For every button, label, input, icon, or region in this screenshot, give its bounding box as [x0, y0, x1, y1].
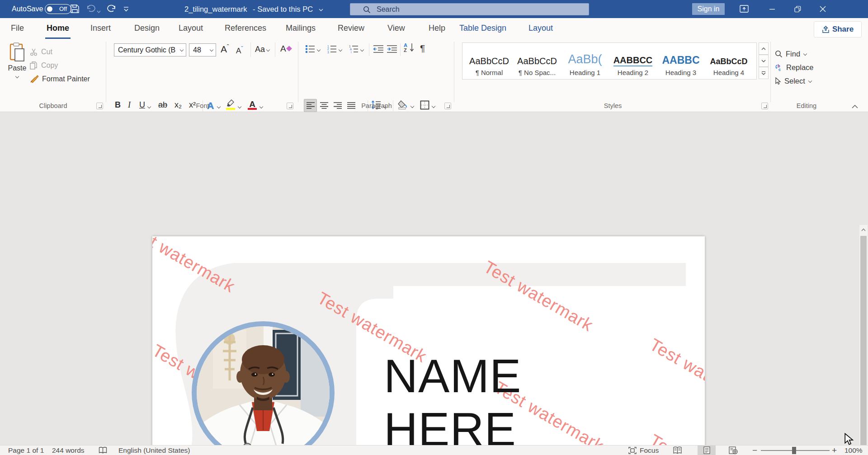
zoom-level[interactable]: 100%: [844, 446, 863, 455]
undo-icon[interactable]: [86, 4, 97, 14]
search-input[interactable]: [377, 4, 576, 15]
profile-photo[interactable]: [192, 321, 335, 455]
page-indicator[interactable]: Page 1 of 1: [8, 446, 44, 455]
tab-help[interactable]: Help: [427, 18, 447, 39]
tab-references[interactable]: References: [223, 18, 268, 39]
tab-file[interactable]: File: [9, 18, 25, 39]
sort-button[interactable]: AZ: [404, 43, 407, 53]
zoom-in-button[interactable]: +: [832, 446, 837, 455]
find-button[interactable]: Find: [775, 48, 807, 60]
autosave-toggle[interactable]: Off: [45, 4, 71, 14]
font-group: Century Gothic (B 48 Aˆ Aˇ Aa A B I U ab…: [107, 39, 298, 112]
numbering-dropdown-icon[interactable]: [339, 48, 343, 52]
document-area[interactable]: Test watermarkTest watermarkTest waterma…: [0, 112, 868, 445]
collapse-ribbon-button[interactable]: [852, 102, 858, 110]
ribbon-tab-row: FileHomeInsertDesignLayoutReferencesMail…: [0, 18, 868, 39]
font-dialog-launcher[interactable]: [287, 103, 293, 109]
styles-gallery-expand-button[interactable]: [759, 67, 769, 79]
zoom-out-button[interactable]: −: [752, 446, 757, 455]
sign-in-button[interactable]: Sign in: [692, 3, 725, 15]
format-painter-icon: [30, 75, 38, 83]
save-icon[interactable]: [70, 4, 81, 14]
document-page[interactable]: Test watermarkTest watermarkTest waterma…: [152, 236, 705, 455]
decrease-indent-button[interactable]: [373, 44, 384, 55]
style-normal[interactable]: AaBbCcD¶ Normal: [465, 43, 513, 79]
tab-layout[interactable]: Layout: [177, 18, 204, 39]
show-hide-pilcrow-button[interactable]: ¶: [420, 43, 425, 54]
style-sample: AABBC: [662, 47, 699, 66]
tab-home[interactable]: Home: [45, 18, 71, 39]
clipboard-dialog-launcher[interactable]: [96, 103, 103, 109]
print-layout-button[interactable]: [698, 446, 716, 455]
style-name: Heading 4: [713, 69, 744, 76]
redo-icon[interactable]: [107, 4, 118, 14]
proofing-icon[interactable]: [99, 447, 107, 455]
format-painter-button[interactable]: Format Painter: [30, 75, 90, 83]
zoom-slider-thumb[interactable]: [792, 447, 796, 454]
title-bar: AutoSave Off 2_tiling_watermark - Saved …: [0, 0, 868, 18]
word-count[interactable]: 244 words: [52, 446, 85, 455]
tab-mailings[interactable]: Mailings: [284, 18, 317, 39]
restore-button[interactable]: [788, 0, 807, 18]
editing-group: Find bc Replace Select Editing: [771, 39, 842, 112]
select-button[interactable]: Select: [775, 75, 812, 87]
share-button[interactable]: Share: [814, 21, 862, 38]
format-painter-label: Format Painter: [42, 75, 90, 83]
style-sample: AaBb(: [568, 47, 602, 66]
language-indicator[interactable]: English (United States): [118, 446, 190, 455]
replace-button[interactable]: bc Replace: [775, 61, 814, 73]
svg-text:i: i: [351, 51, 351, 54]
font-name-combo[interactable]: Century Gothic (B: [114, 43, 186, 56]
undo-dropdown-icon[interactable]: [97, 7, 108, 17]
style-heading-3[interactable]: AABBCHeading 3: [657, 43, 705, 79]
paragraph-dialog-launcher[interactable]: [444, 103, 451, 109]
change-case-button[interactable]: Aa: [255, 45, 270, 54]
style-no-spac[interactable]: AaBbCcD¶ No Spac...: [513, 43, 561, 79]
cut-button[interactable]: Cut: [30, 48, 52, 56]
font-size-combo[interactable]: 48: [189, 43, 216, 56]
numbering-button[interactable]: 123: [327, 44, 337, 55]
tab-layout-contextual[interactable]: Layout: [527, 18, 554, 39]
styles-scroll-up-button[interactable]: [759, 42, 769, 55]
multilevel-dropdown-icon[interactable]: [360, 48, 364, 52]
svg-text:c: c: [778, 67, 781, 71]
clear-formatting-button[interactable]: A: [280, 44, 291, 54]
grow-font-button[interactable]: Aˆ: [221, 43, 229, 55]
minimize-button[interactable]: [762, 0, 782, 18]
paste-button[interactable]: Paste: [5, 42, 29, 89]
vertical-scrollbar[interactable]: [859, 225, 868, 455]
style-heading-1[interactable]: AaBb(Heading 1: [561, 43, 609, 79]
scroll-up-icon[interactable]: [859, 227, 868, 232]
styles-group-label: Styles: [455, 102, 771, 109]
group-divider: [106, 42, 106, 102]
bullets-button[interactable]: [305, 44, 315, 55]
styles-gallery: AaBbCcD¶ NormalAaBbCcD¶ No Spac...AaBb(H…: [462, 42, 757, 80]
tab-table-design-contextual[interactable]: Table Design: [458, 18, 508, 39]
ribbon-display-options-icon[interactable]: [734, 0, 754, 18]
name-heading[interactable]: NAME HERE: [384, 349, 521, 455]
tab-design[interactable]: Design: [133, 18, 161, 39]
focus-button[interactable]: Focus: [628, 447, 659, 454]
copy-button[interactable]: Copy: [30, 61, 58, 70]
document-title[interactable]: 2_tiling_watermark - Saved to this PC: [184, 0, 323, 18]
style-heading-2[interactable]: AABBCCHeading 2: [609, 43, 657, 79]
multilevel-list-button[interactable]: 1ai: [349, 44, 359, 55]
web-layout-button[interactable]: [729, 446, 738, 455]
search-box[interactable]: [350, 3, 589, 15]
scrollbar-thumb[interactable]: [860, 236, 867, 454]
paste-label: Paste: [5, 64, 29, 72]
tab-review[interactable]: Review: [336, 18, 366, 39]
styles-dialog-launcher[interactable]: [761, 103, 768, 109]
style-heading-4[interactable]: AaBbCcDHeading 4: [705, 43, 753, 79]
tab-view[interactable]: View: [386, 18, 406, 39]
styles-scroll-down-button[interactable]: [759, 55, 769, 67]
bullets-dropdown-icon[interactable]: [317, 48, 321, 52]
shrink-font-button[interactable]: Aˇ: [236, 45, 243, 56]
search-icon: [363, 6, 371, 14]
increase-indent-button[interactable]: [387, 44, 397, 55]
tab-insert[interactable]: Insert: [89, 18, 112, 39]
document-title-suffix: - Saved to this PC: [253, 5, 313, 13]
close-button[interactable]: [813, 0, 833, 18]
read-mode-button[interactable]: [673, 446, 682, 455]
quick-access-toolbar-icon[interactable]: [123, 6, 134, 16]
